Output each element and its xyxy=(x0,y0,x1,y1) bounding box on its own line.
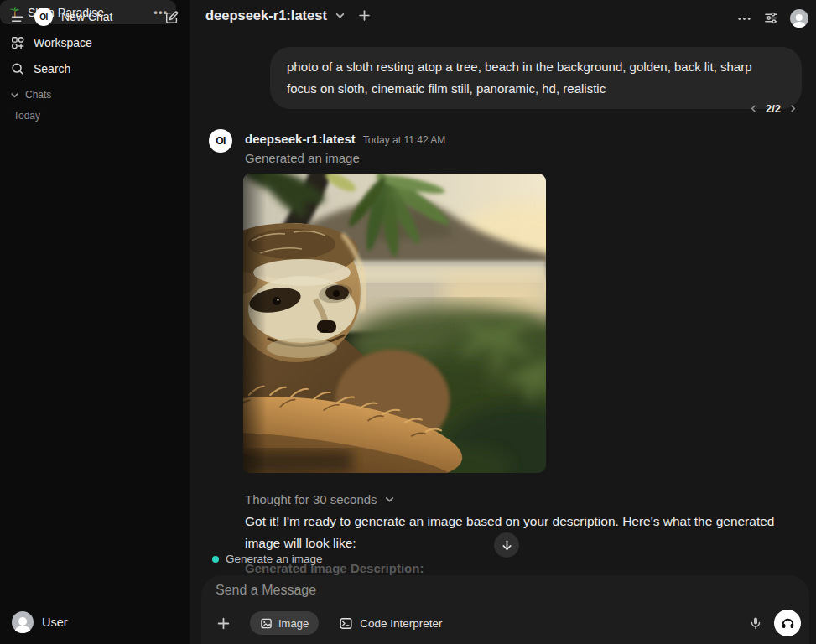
thought-duration-label: Thought for 30 seconds xyxy=(245,492,377,506)
chats-section-toggle[interactable]: Chats xyxy=(10,89,51,101)
status-dot xyxy=(212,556,219,563)
search-label: Search xyxy=(34,62,70,75)
image-tool-toggle[interactable]: Image xyxy=(250,611,319,635)
generated-sloth-image[interactable] xyxy=(243,174,546,473)
new-chat-button[interactable]: OI New Chat xyxy=(34,8,112,26)
voice-call-button[interactable] xyxy=(774,610,801,636)
account-avatar xyxy=(790,9,808,28)
new-note-button[interactable] xyxy=(164,10,179,25)
chevron-down-icon xyxy=(10,91,19,100)
chevron-down-icon xyxy=(335,10,346,21)
message-timestamp: Today at 11:42 AM xyxy=(363,134,446,146)
user-message-bubble: photo of a sloth resting atop a tree, be… xyxy=(270,47,802,109)
generated-image-caption: Generated an image xyxy=(245,151,360,165)
new-chat-label: New Chat xyxy=(61,10,112,23)
model-name: deepseek-r1:latest xyxy=(205,8,327,23)
workspace-grid-icon xyxy=(10,35,25,50)
plus-icon xyxy=(216,616,231,631)
code-interpreter-toggle[interactable]: Code Interpreter xyxy=(334,611,447,635)
sidebar-item-workspace[interactable]: Workspace xyxy=(10,35,92,50)
terminal-icon xyxy=(339,616,353,631)
sidebar-item-search[interactable]: Search xyxy=(10,61,70,76)
chevron-down-icon xyxy=(384,494,395,505)
search-icon xyxy=(10,61,25,76)
microphone-icon xyxy=(749,616,762,630)
assistant-message-header: deepseek-r1:latest Today at 11:42 AM xyxy=(245,132,445,146)
thought-duration-toggle[interactable]: Thought for 30 seconds xyxy=(245,492,395,506)
message-composer: Send a Message Image Code Interpreter xyxy=(201,575,809,644)
sidebar: OI New Chat Workspace Search Chats Today xyxy=(0,0,190,644)
user-message-text: photo of a sloth resting atop a tree, be… xyxy=(287,60,752,96)
chat-overflow-menu-button[interactable] xyxy=(736,11,752,27)
scroll-to-bottom-button[interactable] xyxy=(494,532,519,558)
arrow-down-icon xyxy=(501,539,513,552)
user-name-label: User xyxy=(42,615,68,629)
pagination-count: 2/2 xyxy=(766,102,781,115)
user-avatar xyxy=(12,611,34,633)
ellipsis-icon xyxy=(736,11,752,27)
sidebar-toggle-button[interactable] xyxy=(10,12,25,27)
chats-section-label: Chats xyxy=(25,89,51,101)
chevron-left-icon[interactable] xyxy=(749,104,758,113)
assistant-model-name: deepseek-r1:latest xyxy=(245,132,356,146)
dictate-button[interactable] xyxy=(745,612,767,634)
hamburger-menu-icon xyxy=(10,12,25,27)
sloth-beach-illustration xyxy=(243,174,546,473)
chevron-right-icon[interactable] xyxy=(788,104,798,113)
assistant-logo-icon: OI xyxy=(209,129,232,153)
message-input[interactable]: Send a Message xyxy=(216,583,795,598)
attach-button[interactable] xyxy=(211,611,235,635)
account-avatar-button[interactable] xyxy=(790,9,808,28)
image-icon xyxy=(260,617,273,630)
user-profile-button[interactable]: User xyxy=(12,611,68,633)
new-chat-plus-icon[interactable] xyxy=(358,9,371,22)
headphones-icon xyxy=(781,616,795,631)
clipped-section-heading: Generated Image Description: xyxy=(245,561,424,575)
message-pagination: 2/2 xyxy=(749,102,798,115)
model-selector[interactable]: deepseek-r1:latest xyxy=(205,8,371,23)
image-tool-label: Image xyxy=(278,617,309,630)
app-logo: OI xyxy=(34,8,53,26)
pencil-square-icon xyxy=(164,10,179,25)
sliders-icon xyxy=(763,10,779,26)
workspace-label: Workspace xyxy=(34,36,92,49)
composer-toolbar: Image Code Interpreter xyxy=(211,609,801,637)
assistant-avatar: OI xyxy=(209,129,232,153)
code-interpreter-label: Code Interpreter xyxy=(360,617,442,630)
today-group-label: Today xyxy=(13,110,40,122)
chat-controls-button[interactable] xyxy=(763,10,779,26)
